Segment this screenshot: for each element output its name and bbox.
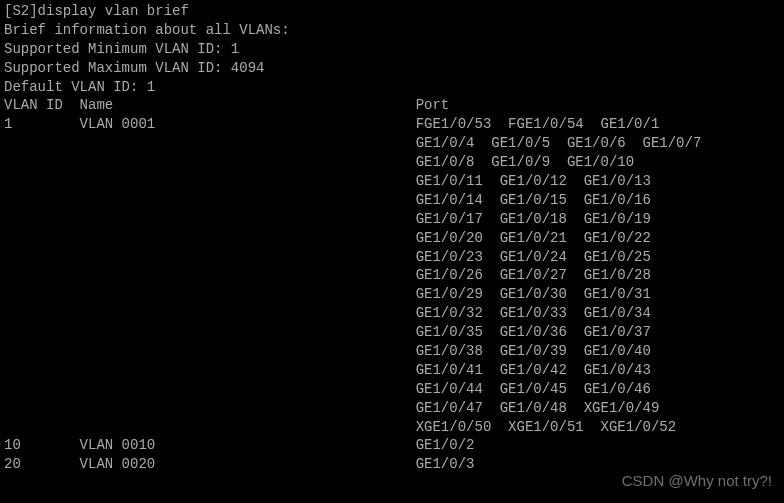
terminal-output[interactable]: [S2]display vlan brief Brief information… — [0, 0, 784, 476]
